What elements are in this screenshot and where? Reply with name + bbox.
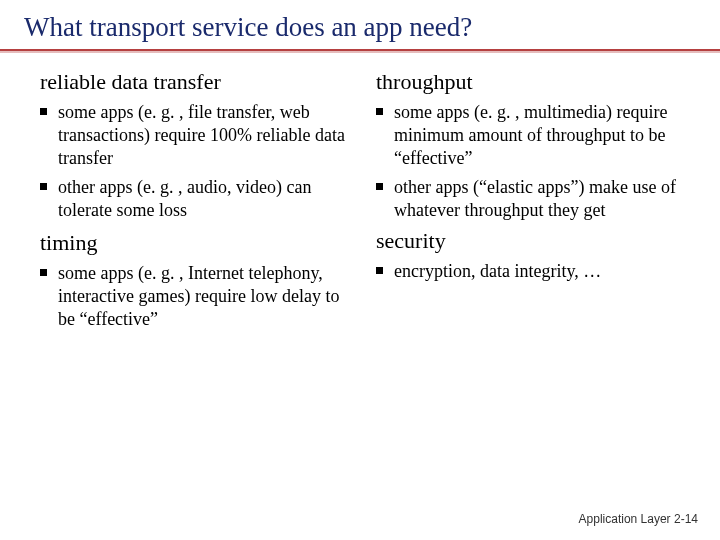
title-underline bbox=[0, 49, 720, 53]
page-number: 2-14 bbox=[674, 512, 698, 526]
list-timing: some apps (e. g. , Internet telephony, i… bbox=[40, 262, 358, 331]
list-throughput: some apps (e. g. , multimedia) require m… bbox=[376, 101, 694, 222]
list-reliable: some apps (e. g. , file transfer, web tr… bbox=[40, 101, 358, 222]
list-item: some apps (e. g. , Internet telephony, i… bbox=[40, 262, 358, 331]
subhead-throughput: throughput bbox=[376, 69, 694, 95]
left-column: reliable data transfer some apps (e. g. … bbox=[40, 67, 358, 337]
right-column: throughput some apps (e. g. , multimedia… bbox=[376, 67, 694, 337]
slide-title: What transport service does an app need? bbox=[0, 0, 720, 47]
subhead-timing: timing bbox=[40, 230, 358, 256]
content-columns: reliable data transfer some apps (e. g. … bbox=[0, 67, 720, 337]
list-item: some apps (e. g. , multimedia) require m… bbox=[376, 101, 694, 170]
list-item: other apps (“elastic apps”) make use of … bbox=[376, 176, 694, 222]
list-item: other apps (e. g. , audio, video) can to… bbox=[40, 176, 358, 222]
subhead-reliable: reliable data transfer bbox=[40, 69, 358, 95]
list-security: encryption, data integrity, … bbox=[376, 260, 694, 283]
slide-footer: Application Layer 2-14 bbox=[579, 512, 698, 526]
list-item: encryption, data integrity, … bbox=[376, 260, 694, 283]
list-item: some apps (e. g. , file transfer, web tr… bbox=[40, 101, 358, 170]
footer-label: Application Layer bbox=[579, 512, 671, 526]
subhead-security: security bbox=[376, 228, 694, 254]
